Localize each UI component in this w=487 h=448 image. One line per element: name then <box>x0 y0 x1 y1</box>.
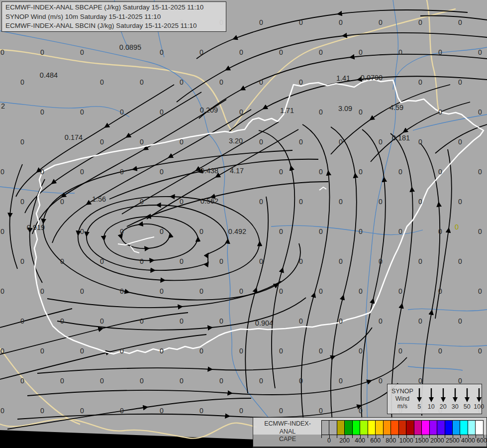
cape-tick-label: 4000 <box>461 437 475 444</box>
title-line-synop-wind: SYNOP Wind (m/s) 10m Saturday 15-11-2025… <box>5 12 222 22</box>
wind-speed-value: 30 <box>452 403 459 410</box>
map-canvas <box>0 0 487 448</box>
down-arrow-icon <box>476 388 483 403</box>
down-arrow-icon <box>416 388 423 403</box>
wind-speed-item: 30 <box>449 388 461 410</box>
wind-speed-item: 100 <box>473 388 485 410</box>
cape-tick <box>321 435 322 438</box>
cape-swatch <box>460 421 468 435</box>
cape-swatch <box>445 421 453 435</box>
wind-speed-value: 5 <box>417 403 421 410</box>
cape-color-bar <box>321 420 484 435</box>
cape-tick <box>337 435 337 438</box>
cape-swatch <box>368 421 376 435</box>
down-arrow-icon <box>428 388 435 403</box>
weather-map: 0000000000000000000000000000000000000000… <box>0 0 487 448</box>
cape-swatch <box>391 421 398 435</box>
cape-swatch <box>322 421 329 435</box>
cape-tick-label: 200 <box>339 437 350 444</box>
synop-wind-legend: SYNOP Wind m/s 510203050100 <box>387 384 482 414</box>
cape-swatch <box>422 421 429 435</box>
cape-swatch <box>437 421 445 435</box>
rivers <box>0 0 487 448</box>
cape-tick <box>352 435 353 438</box>
cape-tick-label: 2500 <box>446 437 460 444</box>
cape-tick-label: 1500 <box>415 437 429 444</box>
down-arrow-icon <box>464 388 471 403</box>
wind-speed-value: 100 <box>474 403 484 410</box>
wind-legend-title: SYNOP Wind m/s <box>391 388 413 410</box>
cape-swatch <box>345 421 352 435</box>
cape-swatch <box>468 421 476 435</box>
cape-tick <box>368 435 368 438</box>
streamlines-layer <box>0 10 487 429</box>
wind-speed-value: 20 <box>440 403 447 410</box>
down-arrow-icon <box>452 388 459 403</box>
wind-speed-item: 50 <box>461 388 473 410</box>
cape-swatch <box>353 421 360 435</box>
cape-swatch <box>414 421 422 435</box>
cape-swatch <box>399 421 406 435</box>
cape-swatch <box>406 421 414 435</box>
cape-swatch <box>337 421 345 435</box>
cape-swatch <box>329 421 337 435</box>
wind-speed-item: 5 <box>413 388 425 410</box>
cape-tick <box>383 435 384 438</box>
cape-swatch <box>360 421 368 435</box>
title-box: ECMWF-INDEX-ANAL SBCAPE (J/kg) Saturday … <box>1 1 226 32</box>
wind-speed-item: 20 <box>437 388 449 410</box>
cape-swatch <box>376 421 383 435</box>
down-arrow-icon <box>440 388 447 403</box>
wind-speed-value: 50 <box>464 403 471 410</box>
title-line-sbcin: ECMWF-INDEX-ANAL SBCIN (J/kg) Saturday 1… <box>5 21 222 31</box>
cape-swatch <box>384 421 391 435</box>
cape-tick-label: 2000 <box>430 437 444 444</box>
cape-legend: ECMWF-INDEX-ANAL CAPE J/kg 0200400600800… <box>253 417 487 448</box>
cape-tick-label: 800 <box>386 437 396 444</box>
cape-swatch <box>430 421 437 435</box>
cape-tick-label: 600 <box>370 437 381 444</box>
cape-swatch <box>453 421 460 435</box>
cape-tick-label: 0 <box>327 437 331 444</box>
cape-swatch <box>476 421 483 435</box>
wind-speed-value: 10 <box>428 403 435 410</box>
title-line-sbcape: ECMWF-INDEX-ANAL SBCAPE (J/kg) Saturday … <box>5 3 222 12</box>
wind-speed-item: 10 <box>425 388 437 410</box>
wind-speed-scale: 510203050100 <box>413 388 485 410</box>
cape-tick-label: 400 <box>355 437 365 444</box>
cape-tick-label: 1000 <box>399 437 413 444</box>
cape-tick-label: 6000 <box>477 437 487 444</box>
cape-legend-title: ECMWF-INDEX-ANAL CAPE J/kg <box>256 420 319 448</box>
